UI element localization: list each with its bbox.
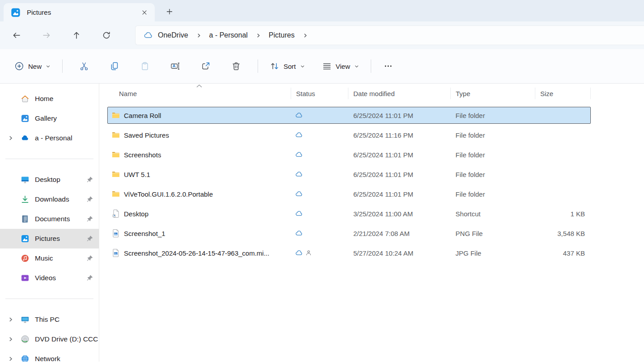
file-status-cell xyxy=(291,166,348,182)
column-header-row: NameStatusDate modifiedTypeSize xyxy=(107,84,593,103)
thispc-icon xyxy=(21,315,30,324)
cut-button[interactable] xyxy=(75,57,93,75)
sidebar-item-network[interactable]: Network xyxy=(0,349,99,362)
chevron-down-icon xyxy=(300,64,305,69)
file-size: 3,548 KB xyxy=(534,225,590,241)
file-area: NameStatusDate modifiedTypeSize Camera R… xyxy=(99,84,644,362)
pictures-app-icon xyxy=(11,8,21,17)
paste-icon xyxy=(140,61,150,71)
file-date-modified: 2/21/2024 7:08 AM xyxy=(348,225,450,241)
column-header-name[interactable]: Name xyxy=(107,84,291,103)
breadcrumb-item-pictures[interactable]: Pictures xyxy=(266,29,297,41)
tab-strip: Pictures xyxy=(0,0,644,21)
expand-chevron-slot[interactable] xyxy=(5,356,21,362)
view-button[interactable]: View xyxy=(317,57,364,76)
file-size xyxy=(534,127,590,143)
sidebar-item-music[interactable]: Music xyxy=(0,248,99,268)
sidebar-item-gallery[interactable]: Gallery xyxy=(0,109,99,128)
refresh-button[interactable] xyxy=(98,27,114,43)
sidebar-item-pictures[interactable]: Pictures xyxy=(0,229,99,248)
sidebar-item-home[interactable]: Home xyxy=(0,89,99,109)
more-options-button[interactable] xyxy=(379,57,397,75)
sidebar-item-desktop[interactable]: Desktop xyxy=(0,170,99,189)
pin-icon xyxy=(86,196,93,203)
file-row-screenshot-2024-05-26-14-15-47-963-com-mi[interactable]: Screenshot_2024-05-26-14-15-47-963_com.m… xyxy=(107,244,591,261)
file-status-cell xyxy=(291,186,348,202)
file-row-screenshots[interactable]: Screenshots6/25/2024 11:01 PMFile folder xyxy=(107,146,591,163)
file-name: Saved Pictures xyxy=(124,131,169,139)
file-type: File folder xyxy=(450,186,535,202)
sidebar-item-a-personal[interactable]: a - Personal xyxy=(0,128,99,148)
navigation-bar: OneDrivea - PersonalPictures xyxy=(0,21,644,49)
column-header-status[interactable]: Status xyxy=(291,84,348,103)
rename-button[interactable] xyxy=(166,57,184,75)
folder-icon xyxy=(111,150,120,159)
share-icon xyxy=(201,61,211,71)
file-row-saved-pictures[interactable]: Saved Pictures6/25/2024 11:16 PMFile fol… xyxy=(107,126,591,143)
sidebar-item-downloads[interactable]: Downloads xyxy=(0,189,99,209)
file-status-cell xyxy=(291,245,348,261)
file-row-uwt-5-1[interactable]: UWT 5.16/25/2024 11:01 PMFile folder xyxy=(107,166,591,183)
image-file-icon xyxy=(111,229,120,238)
breadcrumb-item-a-personal[interactable]: a - Personal xyxy=(207,29,250,41)
breadcrumb-item-onedrive[interactable]: OneDrive xyxy=(155,29,191,41)
copy-button[interactable] xyxy=(106,57,123,75)
expand-chevron-slot[interactable] xyxy=(5,317,21,322)
forward-button[interactable] xyxy=(38,27,55,43)
sort-button[interactable]: Sort xyxy=(264,57,310,76)
file-status-cell xyxy=(291,206,348,222)
new-icon xyxy=(14,61,24,71)
file-size xyxy=(534,166,590,182)
file-name-cell: Saved Pictures xyxy=(108,127,291,143)
sidebar-item-label: a - Personal xyxy=(35,134,99,142)
column-label: Date modified xyxy=(353,90,395,97)
file-name-cell: Screenshot_1 xyxy=(108,225,291,241)
cloud-status-icon xyxy=(295,210,303,218)
close-tab-button[interactable] xyxy=(138,6,151,19)
expand-chevron-slot[interactable] xyxy=(5,337,21,342)
sidebar-item-documents[interactable]: Documents xyxy=(0,209,99,229)
sidebar-item-label: Network xyxy=(35,355,99,362)
trash-icon xyxy=(231,61,241,71)
file-date-modified: 6/25/2024 11:16 PM xyxy=(348,127,450,143)
file-row-vivetool-gui-1-6-2-0-portable[interactable]: ViVeTool.GUI.1.6.2.0.Portable6/25/2024 1… xyxy=(107,185,591,202)
main-content: HomeGallerya - PersonalDesktopDownloadsD… xyxy=(0,84,644,362)
column-header-date[interactable]: Date modified xyxy=(348,84,450,103)
column-header-size[interactable]: Size xyxy=(535,84,591,103)
cloud-status-icon xyxy=(295,151,303,159)
back-button[interactable] xyxy=(8,27,25,43)
file-name: Screenshot_1 xyxy=(124,230,165,237)
paste-button xyxy=(136,57,154,75)
cloud-status-icon xyxy=(295,111,303,119)
tab-title: Pictures xyxy=(27,8,138,16)
file-row-camera-roll[interactable]: Camera Roll6/25/2024 11:01 PMFile folder xyxy=(107,107,591,124)
sidebar-item-label: Documents xyxy=(35,215,86,223)
address-bar[interactable]: OneDrivea - PersonalPictures xyxy=(135,25,644,45)
delete-button[interactable] xyxy=(227,57,245,75)
toolbar-separator xyxy=(258,59,258,73)
expand-chevron-slot[interactable] xyxy=(5,135,21,141)
sidebar-item-this-pc[interactable]: This PC xyxy=(0,310,99,329)
file-size xyxy=(534,107,590,123)
sidebar-divider xyxy=(5,159,93,159)
cloud-status-icon xyxy=(295,249,303,257)
tab-pictures[interactable]: Pictures xyxy=(4,3,155,21)
new-tab-button[interactable] xyxy=(162,4,177,19)
file-size: 1 KB xyxy=(534,206,590,222)
videos-icon xyxy=(21,274,30,282)
file-date-modified: 6/25/2024 11:01 PM xyxy=(348,147,450,163)
column-header-type[interactable]: Type xyxy=(450,84,535,103)
sidebar-item-videos[interactable]: Videos xyxy=(0,268,99,288)
breadcrumb: OneDrivea - PersonalPictures xyxy=(155,29,313,41)
file-row-desktop[interactable]: Desktop3/25/2024 11:00 AMShortcut1 KB xyxy=(107,205,591,222)
file-row-screenshot-1[interactable]: Screenshot_12/21/2024 7:08 AMPNG File3,5… xyxy=(107,225,591,242)
sidebar-item-dvd-drive-d-ccc[interactable]: DVD Drive (D:) CCC xyxy=(0,329,99,349)
file-type: File folder xyxy=(450,127,535,143)
view-icon xyxy=(322,61,332,71)
cloud-status-icon xyxy=(295,229,303,237)
up-button[interactable] xyxy=(68,27,85,43)
file-name-cell: Desktop xyxy=(108,206,291,222)
share-button[interactable] xyxy=(197,57,215,75)
new-button[interactable]: New xyxy=(9,57,56,76)
file-size: 437 KB xyxy=(534,245,590,261)
